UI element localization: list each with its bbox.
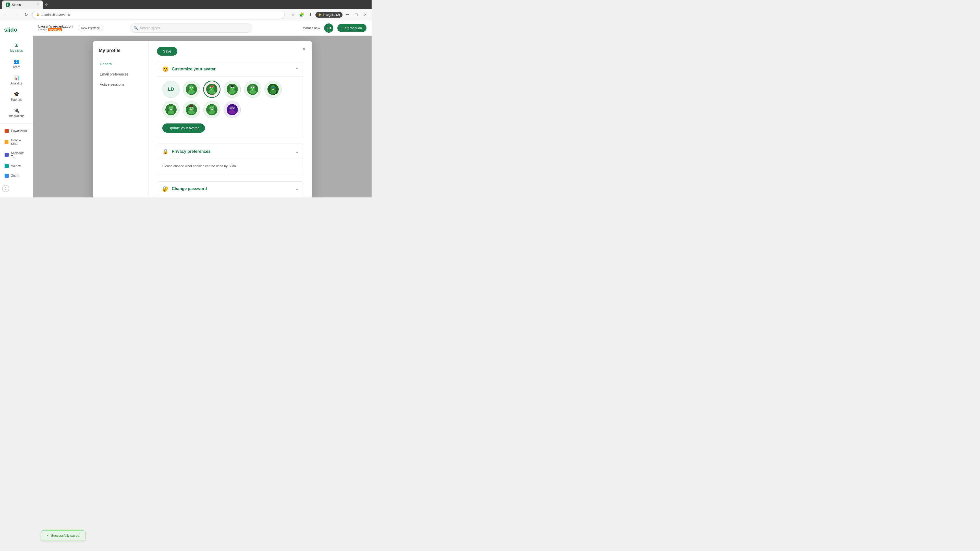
tab-favicon: S — [6, 3, 10, 6]
powerpoint-icon — [5, 129, 9, 133]
incognito-label: Incognito (2) — [323, 13, 340, 17]
svg-point-51 — [231, 107, 231, 108]
svg-point-44 — [210, 107, 211, 108]
tutorials-icon: 🎓 — [14, 91, 19, 97]
sidebar-item-my-slidos[interactable]: ⊞ My slidos — [2, 40, 31, 55]
char-avatar-3 — [224, 81, 240, 97]
char-avatar-8 — [204, 102, 220, 118]
char-avatar-6 — [163, 102, 179, 118]
modal-nav-active-sessions[interactable]: Active sessions — [97, 80, 145, 89]
avatar-option-8[interactable] — [203, 101, 221, 118]
svg-text:slido: slido — [4, 27, 17, 33]
avatar-option-initials[interactable]: LD — [162, 81, 180, 98]
privacy-text: Please choose what cookies can be used b… — [162, 163, 299, 170]
search-bar[interactable]: 🔍 Search slidos — [130, 24, 252, 33]
integration-list: PowerPoint Google Slid... Microsoft T...… — [0, 127, 33, 180]
avatar-option-9[interactable] — [224, 101, 241, 118]
browser-tab-bar: S Slidos ✕ + — [0, 0, 372, 9]
integration-webex[interactable]: Webex — [2, 162, 31, 170]
avatar-option-2[interactable] — [203, 81, 221, 98]
sidebar-item-integrations[interactable]: 🔌 Integrations — [2, 105, 31, 121]
extensions-button[interactable]: 🧩 — [298, 11, 305, 18]
svg-point-20 — [249, 90, 256, 94]
avatar-option-6[interactable] — [162, 101, 180, 118]
password-section-icon: 🔐 — [162, 186, 169, 192]
search-icon: 🔍 — [134, 26, 138, 30]
whats-new-button[interactable]: What's new — [303, 26, 320, 30]
download-button[interactable]: ⬇ — [307, 11, 314, 18]
integration-label: Webex — [11, 164, 21, 168]
save-button[interactable]: Save — [157, 47, 177, 56]
forward-button[interactable]: → — [13, 11, 20, 18]
avatar-section-icon: 😊 — [162, 66, 169, 72]
org-info: Lauren's organization Owner UPGRADE — [38, 24, 73, 32]
help-button[interactable]: ? — [2, 185, 9, 192]
privacy-section-icon: 🔒 — [162, 148, 169, 155]
upgrade-badge[interactable]: UPGRADE — [48, 28, 62, 32]
change-password-section: 🔐 Change password ⌄ — [157, 181, 304, 196]
user-avatar-button[interactable]: LD — [324, 24, 333, 33]
main-content: × My profile General Email preferences A… — [33, 36, 372, 197]
integration-divider — [0, 124, 33, 126]
integration-powerpoint[interactable]: PowerPoint — [2, 127, 31, 135]
sidebar-item-analytics[interactable]: 📊 Analytics — [2, 73, 31, 88]
change-password-header[interactable]: 🔐 Change password ⌄ — [157, 182, 304, 196]
org-name: Lauren's organization — [38, 24, 73, 28]
new-tab-button[interactable]: + — [45, 2, 48, 8]
integration-google-slides[interactable]: Google Slid... — [2, 137, 31, 148]
update-avatar-button[interactable]: Update your avatar — [162, 124, 205, 133]
modal-title: My profile — [97, 48, 145, 53]
maximize-button[interactable]: □ — [353, 11, 360, 18]
avatar-option-7[interactable] — [183, 101, 200, 118]
sidebar-logo: slido — [0, 24, 33, 39]
char-avatar-5 — [265, 81, 281, 97]
avatar-option-4[interactable] — [244, 81, 261, 98]
avatar-option-3[interactable] — [224, 81, 241, 98]
incognito-button[interactable]: 🕵 Incognito (2) — [315, 12, 342, 17]
modal-sidebar: My profile General Email preferences Act… — [93, 41, 149, 197]
svg-point-42 — [209, 106, 215, 111]
minimize-button[interactable]: ━ — [344, 11, 351, 18]
svg-rect-23 — [251, 86, 255, 87]
back-button[interactable]: ← — [3, 11, 10, 18]
sidebar-item-tutorials[interactable]: 🎓 Tutorials — [2, 89, 31, 104]
svg-point-5 — [192, 87, 193, 88]
modal-overlay[interactable]: × My profile General Email preferences A… — [33, 36, 372, 197]
integration-microsoft-teams[interactable]: Microsoft T... — [2, 149, 31, 160]
reload-button[interactable]: ↻ — [22, 11, 30, 18]
star-button[interactable]: ☆ — [290, 11, 297, 18]
customize-avatar-chevron: ⌃ — [295, 67, 299, 72]
profile-modal: × My profile General Email preferences A… — [93, 41, 312, 197]
customize-avatar-header[interactable]: 😊 Customize your avatar ⌃ — [157, 62, 304, 76]
tab-close-button[interactable]: ✕ — [37, 3, 39, 6]
tab-label: Slidos — [12, 3, 21, 6]
browser-actions: ☆ 🧩 ⬇ 🕵 Incognito (2) ━ □ ✕ — [290, 11, 369, 18]
modal-nav-email-preferences[interactable]: Email preferences — [97, 70, 145, 79]
char-avatar-9 — [224, 102, 240, 118]
integration-zoom[interactable]: Zoom — [2, 171, 31, 180]
change-password-title: Change password — [172, 186, 207, 191]
active-tab[interactable]: S Slidos ✕ — [2, 0, 43, 9]
avatar-option-5[interactable] — [264, 81, 282, 98]
svg-point-8 — [208, 90, 215, 94]
new-interface-button[interactable]: New interface — [78, 25, 103, 32]
top-bar: Lauren's organization Owner UPGRADE New … — [33, 21, 372, 36]
sidebar-item-label: Analytics — [10, 82, 22, 85]
svg-point-30 — [169, 106, 173, 111]
close-button[interactable]: ✕ — [361, 11, 369, 18]
svg-rect-17 — [231, 85, 234, 87]
address-bar[interactable]: 🔒 admin.sli.do/events — [32, 11, 285, 19]
svg-point-32 — [169, 107, 170, 108]
sidebar-help: ? — [0, 181, 33, 194]
sidebar-item-team[interactable]: 👥 Team — [2, 56, 31, 71]
modal-nav-general[interactable]: General — [97, 59, 145, 68]
svg-point-48 — [229, 110, 235, 114]
privacy-preferences-header[interactable]: 🔒 Privacy preferences ⌄ — [157, 144, 304, 159]
svg-point-3 — [188, 90, 195, 94]
svg-point-16 — [233, 87, 234, 88]
avatar-option-1[interactable] — [183, 81, 200, 98]
create-slido-button[interactable]: + create slido — [337, 24, 366, 32]
sidebar-item-label: Integrations — [8, 114, 24, 118]
integration-label: PowerPoint — [11, 129, 27, 133]
modal-close-button[interactable]: × — [300, 45, 308, 53]
